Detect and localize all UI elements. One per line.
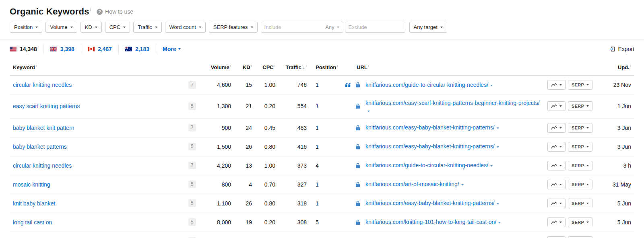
actions-cell: SERP [544,232,607,238]
url-expand-caret[interactable] [498,222,501,224]
filter-dropdown[interactable]: Position [10,22,42,33]
lock-icon [356,144,360,149]
url-link[interactable]: knitfarious.com/easy-baby-blanket-knitti… [365,200,495,206]
filter-dropdown[interactable]: CPC [105,22,130,33]
header-volume[interactable]: Volumei [202,59,234,76]
header-traffic[interactable]: Traffic↓i [279,59,310,76]
url-expand-caret[interactable] [497,127,499,129]
australia-flag-icon [125,47,132,51]
url-link[interactable]: knitfarious.com/art-of-mosaic-knitting/ [365,181,459,187]
position-history-chart-button[interactable] [547,142,566,152]
exclude-input[interactable] [345,22,405,33]
keyword-link[interactable]: baby blanket knit pattern [13,125,74,131]
badge-cell: 7 [185,156,202,175]
url-expand-caret[interactable] [497,146,499,148]
badge-cell: 7 [185,118,202,137]
position-cell: 4 [310,156,345,175]
keyword-link[interactable]: circular knitting needles [13,82,72,88]
position-cell: 1 [310,137,345,156]
chevron-down-icon [559,127,562,129]
country-tab-united-kingdom[interactable]: 3,398 [44,44,81,54]
position-cell: 1 [310,76,345,94]
url-expand-caret[interactable] [497,203,499,205]
chevron-down-icon [70,27,73,28]
keyword-link[interactable]: mosaic knitting [13,181,50,188]
serp-button[interactable]: SERP [568,123,592,133]
keyword-cell: baby blanket knit pattern [10,118,185,137]
include-input[interactable] [261,24,326,30]
keyword-link[interactable]: easy scarf knitting patterns [13,103,80,109]
serp-button[interactable]: SERP [568,80,592,90]
header-url[interactable]: URLi [345,59,544,76]
table-row: circular knitting needles 7 4,200 13 1.0… [10,156,634,175]
position-history-chart-button[interactable] [547,199,566,208]
kd-cell: 19 [234,213,255,232]
url-link[interactable]: knitfarious.com/easy-scarf-knitting-patt… [365,100,540,106]
serp-button[interactable]: SERP [568,217,592,227]
position-history-chart-button[interactable] [547,217,566,227]
any-target-dropdown[interactable]: Any target [409,22,447,33]
filter-dropdown[interactable]: Word count [165,22,206,33]
country-tab-canada[interactable]: 2,467 [81,44,119,54]
url-expand-caret[interactable] [367,111,370,112]
url-link[interactable]: knitfarious.com/knitting-101-how-to-long… [365,219,496,225]
position-cell: 1 [310,175,345,194]
url-expand-caret[interactable] [461,184,464,186]
export-button[interactable]: Export [610,46,634,52]
header-keyword[interactable]: Keywordi [10,59,185,76]
filter-dropdowns: Position Volume KD CPC Traffic Word coun… [10,22,261,33]
filter-dropdown[interactable]: SERP features [209,22,258,33]
updated-cell: 5 Jun [607,213,634,232]
how-to-use-label: How to use [105,8,133,15]
header-updated[interactable]: Upd.i [607,59,634,76]
sparkline-icon [551,201,557,205]
url-link[interactable]: knitfarious.com/easy-baby-blanket-knitti… [365,143,495,150]
updated-cell: 1 Jun [607,94,634,118]
more-countries-dropdown[interactable]: More [163,46,181,52]
filter-dropdown-label: Traffic [138,24,152,30]
serp-button[interactable]: SERP [568,101,592,111]
include-mode-dropdown[interactable]: Any [325,24,343,30]
how-to-use-link[interactable]: ? How to use [97,8,133,15]
url-expand-caret[interactable] [490,165,493,167]
header-cpc[interactable]: CPCi [255,59,279,76]
url-link[interactable]: knitfarious.com/guide-to-circular-knitti… [365,162,488,168]
position-history-chart-button[interactable] [547,180,566,189]
position-history-chart-button[interactable] [547,80,566,90]
position-history-chart-button[interactable] [547,236,566,238]
header-position[interactable]: Positioni [310,59,345,76]
url-cell: knitfarious.com/art-of-mosaic-knitting/ [345,175,544,194]
keyword-cell: knit baby blanket [10,194,185,213]
filter-dropdown[interactable]: Volume [45,22,77,33]
serp-button[interactable]: SERP [568,199,592,208]
url-link[interactable]: knitfarious.com/guide-to-circular-knitti… [365,82,488,88]
keyword-link[interactable]: circular knitting needles [13,162,72,169]
url-link[interactable]: knitfarious.com/easy-baby-blanket-knitti… [365,124,495,131]
url-expand-caret[interactable] [490,85,493,86]
filter-dropdown[interactable]: KD [80,22,102,33]
serp-button[interactable]: SERP [568,161,592,170]
keyword-link[interactable]: long tail cast on [13,219,52,226]
country-tab-united-states[interactable]: 14,348 [10,44,44,54]
serp-button[interactable]: SERP [568,180,592,189]
filter-dropdown[interactable]: Traffic [133,22,161,33]
position-history-chart-button[interactable] [547,123,566,133]
keyword-link[interactable]: knit baby blanket [13,200,55,207]
country-tab-australia[interactable]: 2,183 [119,44,156,54]
lock-icon [356,182,360,187]
position-history-chart-button[interactable] [547,161,566,170]
badge-cell: 5 [185,194,202,213]
chevron-down-icon [440,27,443,28]
serp-button[interactable]: SERP [568,236,592,238]
keyword-link[interactable]: baby blanket patterns [13,144,67,150]
sort-desc-icon[interactable]: ↓ [303,65,305,70]
header-kd[interactable]: KDi [234,59,255,76]
updated-cell: 5 Jun [607,194,634,213]
position-history-chart-button[interactable] [547,101,566,111]
actions-cell: SERP [544,156,607,175]
country-tab-count: 2,467 [98,46,112,52]
serp-button[interactable]: SERP [568,142,592,152]
chevron-down-icon [586,203,589,204]
url-cell: knitfarious.com/easy-baby-blanket-knitti… [345,137,544,156]
keyword-cell: knit baby blanket pattern [10,232,185,238]
